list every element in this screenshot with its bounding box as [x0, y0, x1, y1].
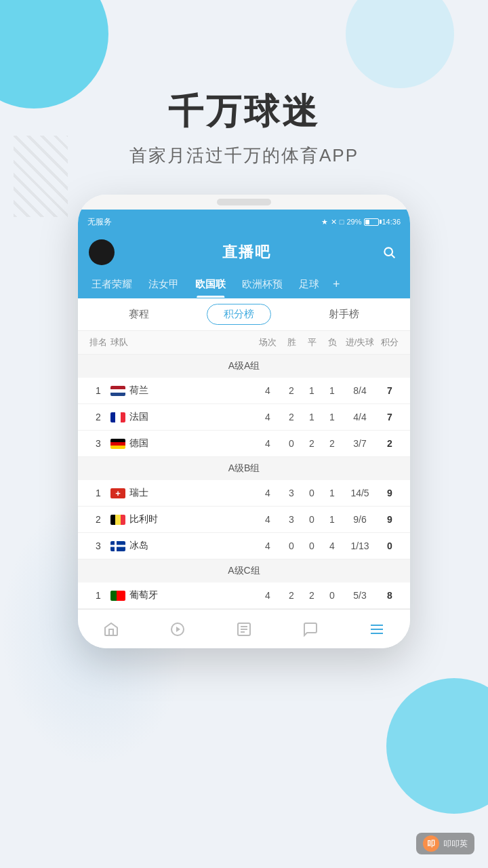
- cell-win: 0: [281, 540, 302, 551]
- col-header-lose: 负: [322, 336, 342, 349]
- cell-points: 9: [378, 488, 402, 498]
- standings-table: 排名 球队 场次 胜 平 负 进/失球 积分 A级A组 1 荷兰 4 2 1 1…: [78, 331, 410, 609]
- cell-goals: 1/13: [342, 540, 378, 551]
- table-row[interactable]: 2 比利时 4 3 0 1 9/6 9: [78, 507, 410, 533]
- team-name: 冰岛: [129, 540, 148, 552]
- cell-matches: 4: [254, 488, 281, 498]
- nav-tab-wangzhe[interactable]: 王者荣耀: [83, 271, 140, 298]
- table-row[interactable]: 1 葡萄牙 4 2 2 0 5/3 8: [78, 583, 410, 609]
- cell-goals: 9/6: [342, 514, 378, 525]
- nav-tabs: 王者荣耀 法女甲 欧国联 欧洲杯预 足球 +: [78, 271, 410, 298]
- cell-rank: 1: [86, 590, 110, 601]
- cell-lose: 1: [322, 514, 342, 525]
- col-header-team: 球队: [110, 336, 254, 349]
- nav-tab-euro-qual[interactable]: 欧洲杯预: [234, 271, 291, 298]
- nav-tab-football[interactable]: 足球: [291, 271, 327, 298]
- status-right-group: ★ ✕ □ 29% 14:36: [321, 218, 401, 226]
- sub-tab-scorers[interactable]: 射手榜: [312, 304, 375, 324]
- svg-line-1: [392, 255, 395, 258]
- table-row[interactable]: 3 冰岛 4 0 0 4 1/13 0: [78, 533, 410, 559]
- status-bluetooth-icon: ★: [321, 218, 328, 226]
- hero-subtitle: 首家月活过千万的体育APP: [0, 144, 488, 167]
- cell-win: 0: [281, 438, 302, 449]
- watermark: 叩 叩叩英: [416, 833, 474, 854]
- bottom-nav-message[interactable]: [277, 610, 344, 648]
- bottom-nav: [78, 609, 410, 648]
- table-row[interactable]: 3 德国 4 0 2 2 3/7 2: [78, 431, 410, 457]
- status-signal-icon: □: [340, 218, 344, 226]
- cell-matches: 4: [254, 385, 281, 396]
- cell-team: 比利时: [110, 513, 254, 526]
- battery-icon: [364, 218, 379, 226]
- team-name: 荷兰: [129, 384, 148, 397]
- watermark-logo: 叩: [423, 835, 439, 852]
- team-flag: [110, 439, 125, 449]
- cell-draw: 2: [302, 438, 322, 449]
- bg-decoration-circle-br: [386, 678, 488, 814]
- cell-goals: 8/4: [342, 385, 378, 396]
- cell-matches: 4: [254, 438, 281, 449]
- cell-matches: 4: [254, 514, 281, 525]
- group-header-0: A级A组: [78, 355, 410, 378]
- group-header-1: A级B组: [78, 457, 410, 480]
- cell-team: 荷兰: [110, 384, 254, 397]
- team-name: 德国: [129, 437, 148, 450]
- sub-tab-standings[interactable]: 积分榜: [207, 304, 271, 325]
- bottom-nav-news[interactable]: [211, 610, 277, 648]
- nav-tab-french-league[interactable]: 法女甲: [140, 271, 187, 298]
- table-row[interactable]: 1 荷兰 4 2 1 1 8/4 7: [78, 378, 410, 404]
- status-time: 14:36: [382, 218, 401, 226]
- status-bar: 无服务 ★ ✕ □ 29% 14:36: [78, 210, 410, 234]
- cell-matches: 4: [254, 590, 281, 601]
- hero-title: 千万球迷: [0, 88, 488, 136]
- status-wifi-icon: ✕: [331, 218, 337, 226]
- cell-rank: 1: [86, 488, 110, 498]
- cell-draw: 0: [302, 514, 322, 525]
- col-header-win: 胜: [281, 336, 302, 349]
- cell-team: 法国: [110, 411, 254, 423]
- bottom-nav-mine[interactable]: [344, 610, 410, 648]
- app-header: 直播吧: [78, 234, 410, 271]
- search-button[interactable]: [379, 242, 399, 262]
- cell-rank: 2: [86, 514, 110, 525]
- col-header-draw: 平: [302, 336, 322, 349]
- cell-draw: 1: [302, 412, 322, 422]
- cell-points: 9: [378, 514, 402, 525]
- col-header-points: 积分: [378, 336, 402, 349]
- cell-draw: 1: [302, 385, 322, 396]
- cell-team: 冰岛: [110, 540, 254, 552]
- cell-points: 8: [378, 590, 402, 601]
- team-flag: [110, 488, 125, 498]
- table-row[interactable]: 2 法国 4 2 1 1 4/4 7: [78, 404, 410, 431]
- app-logo[interactable]: [89, 239, 115, 265]
- sub-tabs: 赛程 积分榜 射手榜: [78, 298, 410, 331]
- table-body: A级A组 1 荷兰 4 2 1 1 8/4 7 2 法国 4 2 1 1 4/4…: [78, 355, 410, 609]
- team-name: 葡萄牙: [129, 589, 158, 601]
- bottom-nav-home[interactable]: [78, 610, 144, 648]
- phone-mockup-wrapper: 无服务 ★ ✕ □ 29% 14:36 直播吧: [0, 195, 488, 648]
- nav-tab-nations-league[interactable]: 欧国联: [187, 271, 234, 298]
- cell-matches: 4: [254, 540, 281, 551]
- cell-rank: 3: [86, 540, 110, 551]
- status-battery-percent: 29%: [346, 218, 361, 226]
- cell-rank: 3: [86, 438, 110, 449]
- svg-point-0: [384, 248, 392, 256]
- nav-tab-add-button[interactable]: +: [327, 271, 346, 298]
- sub-tab-schedule[interactable]: 赛程: [113, 304, 165, 324]
- team-flag: [110, 412, 125, 422]
- table-row[interactable]: 1 瑞士 4 3 0 1 14/5 9: [78, 480, 410, 507]
- cell-team: 葡萄牙: [110, 589, 254, 601]
- cell-points: 7: [378, 412, 402, 422]
- bottom-nav-video[interactable]: [144, 610, 211, 648]
- status-carrier: 无服务: [87, 216, 112, 228]
- hero-section: 千万球迷 首家月活过千万的体育APP: [0, 0, 488, 195]
- cell-points: 7: [378, 385, 402, 396]
- cell-win: 2: [281, 385, 302, 396]
- cell-draw: 0: [302, 488, 322, 498]
- phone-notch: [217, 199, 271, 205]
- cell-lose: 4: [322, 540, 342, 551]
- cell-rank: 2: [86, 412, 110, 422]
- cell-lose: 1: [322, 488, 342, 498]
- cell-goals: 5/3: [342, 590, 378, 601]
- cell-win: 3: [281, 514, 302, 525]
